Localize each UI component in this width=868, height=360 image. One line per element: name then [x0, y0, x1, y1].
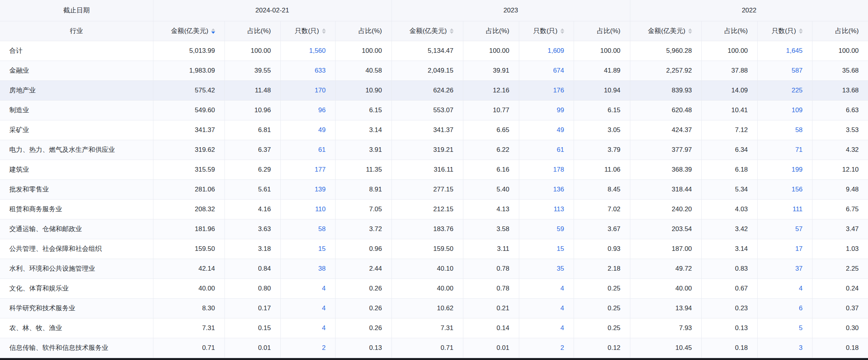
count-link[interactable]: 170 — [315, 87, 325, 94]
count-link[interactable]: 4 — [560, 324, 564, 332]
count-link[interactable]: 15 — [557, 245, 564, 252]
count-link[interactable]: 156 — [791, 186, 802, 193]
sort-caret-up-icon — [688, 28, 692, 31]
count-link[interactable]: 1,560 — [309, 47, 326, 54]
count-link[interactable]: 178 — [553, 166, 564, 173]
count-cell: 587 — [757, 61, 812, 80]
share-cell: 37.88 — [701, 61, 757, 80]
sort-header-count-2022[interactable]: 只数(只) — [757, 21, 812, 41]
industry-cell: 金融业 — [0, 61, 153, 80]
amount-cell: 424.37 — [630, 120, 701, 140]
count-link[interactable]: 111 — [793, 205, 803, 213]
share-cell: 0.23 — [701, 298, 757, 318]
count-link[interactable]: 61 — [318, 146, 326, 153]
share-cell: 6.63 — [812, 100, 868, 120]
count-cell: 225 — [757, 80, 812, 100]
count-cell: 1,609 — [519, 41, 574, 61]
column-header-share-2024: 占比(%) — [224, 21, 280, 41]
count-cell: 61 — [519, 140, 574, 160]
count-link[interactable]: 17 — [795, 245, 803, 252]
count-link[interactable]: 1,609 — [548, 47, 564, 54]
count-cell: 156 — [757, 179, 812, 199]
count-link[interactable]: 6 — [799, 304, 802, 312]
count-link[interactable]: 3 — [799, 344, 802, 351]
amount-cell: 341.37 — [153, 120, 224, 140]
sort-caret-down-icon — [211, 31, 215, 34]
amount-cell: 13.94 — [630, 298, 701, 318]
share-cell: 100.00 — [812, 41, 868, 61]
amount-cell: 839.93 — [630, 80, 701, 100]
share-cell: 0.78 — [463, 259, 519, 278]
count-link[interactable]: 177 — [315, 166, 325, 173]
count-link[interactable]: 2 — [560, 344, 564, 351]
share-cell: 0.83 — [701, 259, 757, 278]
count-link[interactable]: 59 — [557, 225, 564, 233]
count-cell: 5 — [757, 318, 812, 338]
share-cell: 0.96 — [335, 239, 391, 259]
share-cell: 5.61 — [224, 179, 280, 199]
share-cell: 0.24 — [812, 278, 868, 298]
count-link[interactable]: 5 — [799, 324, 802, 332]
sort-header-amount-2023[interactable]: 金额(亿美元) — [391, 21, 463, 41]
count-link[interactable]: 58 — [795, 126, 803, 134]
share-cell: 9.48 — [812, 179, 868, 199]
count-cell: 110 — [280, 199, 335, 219]
amount-cell: 40.10 — [391, 259, 463, 278]
share-cell: 3.42 — [701, 219, 757, 239]
count-link[interactable]: 136 — [553, 186, 564, 193]
count-link[interactable]: 57 — [795, 225, 803, 233]
count-link[interactable]: 37 — [795, 265, 803, 272]
count-link[interactable]: 199 — [791, 166, 802, 173]
industry-cell: 制造业 — [0, 100, 153, 120]
sort-header-count-2024[interactable]: 只数(只) — [280, 21, 335, 41]
count-link[interactable]: 35 — [557, 265, 564, 272]
sort-header-count-2023[interactable]: 只数(只) — [519, 21, 574, 41]
share-cell: 3.63 — [224, 219, 280, 239]
count-link[interactable]: 58 — [318, 225, 326, 233]
share-cell: 0.25 — [574, 318, 630, 338]
count-link[interactable]: 4 — [322, 304, 325, 312]
count-link[interactable]: 113 — [553, 205, 564, 213]
count-link[interactable]: 4 — [560, 285, 564, 292]
count-link[interactable]: 225 — [791, 87, 802, 94]
share-cell: 12.16 — [463, 80, 519, 100]
share-cell: 0.17 — [224, 298, 280, 318]
count-link[interactable]: 4 — [799, 285, 802, 292]
share-cell: 10.96 — [224, 100, 280, 120]
share-cell: 10.94 — [574, 80, 630, 100]
count-link[interactable]: 587 — [791, 67, 802, 74]
count-link[interactable]: 2 — [322, 344, 325, 351]
count-link[interactable]: 61 — [557, 146, 564, 153]
count-link[interactable]: 71 — [795, 146, 803, 153]
count-link[interactable]: 38 — [318, 265, 326, 272]
count-link[interactable]: 4 — [322, 285, 325, 292]
count-cell: 1,645 — [757, 41, 812, 61]
count-link[interactable]: 96 — [318, 106, 326, 114]
share-cell: 40.58 — [335, 61, 391, 80]
count-link[interactable]: 99 — [557, 106, 564, 114]
column-header-share2-2022: 占比(%) — [812, 21, 868, 41]
count-link[interactable]: 15 — [318, 245, 326, 252]
count-link[interactable]: 674 — [553, 67, 564, 74]
sort-header-amount-2022[interactable]: 金额(亿美元) — [630, 21, 701, 41]
count-link[interactable]: 49 — [557, 126, 564, 134]
share-cell: 0.26 — [335, 318, 391, 338]
count-link[interactable]: 4 — [322, 324, 325, 332]
count-link[interactable]: 633 — [315, 67, 325, 74]
share-cell: 11.48 — [224, 80, 280, 100]
table-row: 金融业1,983.0939.5563340.582,049.1539.91674… — [0, 61, 868, 80]
count-link[interactable]: 4 — [560, 304, 564, 312]
count-link[interactable]: 109 — [791, 106, 802, 114]
share-cell: 4.32 — [812, 140, 868, 160]
count-link[interactable]: 49 — [318, 126, 326, 134]
group-header-2023: 2023 — [391, 0, 630, 21]
share-cell: 3.05 — [574, 120, 630, 140]
count-link[interactable]: 110 — [315, 205, 325, 213]
group-header-2024-02-21: 2024-02-21 — [153, 0, 391, 21]
industry-distribution-table: 截止日期 2024-02-21 2023 2022 行业 金额(亿美元) 占比(… — [0, 0, 868, 358]
count-link[interactable]: 176 — [553, 87, 564, 94]
count-link[interactable]: 139 — [315, 186, 325, 193]
sort-header-amount-2024[interactable]: 金额(亿美元) — [153, 21, 224, 41]
amount-cell: 575.42 — [153, 80, 224, 100]
count-link[interactable]: 1,645 — [786, 47, 803, 54]
